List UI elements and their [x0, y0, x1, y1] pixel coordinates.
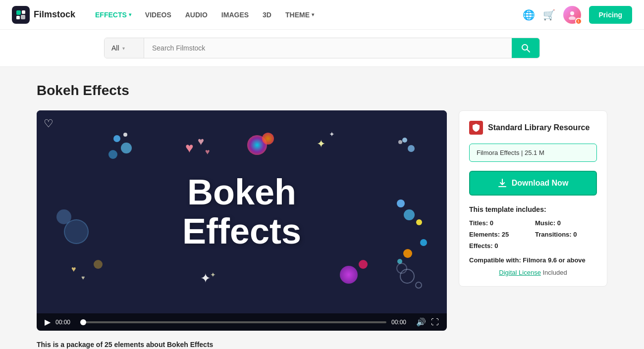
nav-right: 🌐 🛒 1 Pricing	[523, 6, 632, 24]
svg-rect-0	[16, 10, 21, 15]
heart-decor-4: ♥	[71, 265, 76, 274]
titles-item: Titles: 0	[469, 219, 531, 227]
chevron-down-icon: ▾	[312, 12, 314, 17]
main-content: Bokeh Effects ♡ ♥ ♥ ♥ ✦	[25, 67, 619, 349]
effects-item: Effects: 0	[469, 242, 531, 249]
transitions-item: Transitions: 0	[535, 231, 597, 238]
nav-3d[interactable]: 3D	[263, 9, 271, 21]
video-area: ♡ ♥ ♥ ♥ ✦ ✦	[37, 110, 447, 313]
heart-decor-5: ♥	[81, 274, 85, 281]
play-button[interactable]: ▶	[45, 317, 51, 327]
nav-effects[interactable]: EFFECTS ▾	[95, 9, 131, 21]
heart-decor-3: ♥	[205, 148, 210, 156]
library-label: Standard Library Resource	[488, 123, 590, 132]
chevron-down-icon: ▾	[129, 12, 131, 17]
time-current: 00:00	[55, 319, 75, 326]
star-decor-2: ✦	[329, 130, 335, 138]
download-tag: Filmora Effects | 25.1 M	[469, 144, 597, 162]
volume-button[interactable]: 🔊	[416, 317, 426, 327]
shield-icon	[469, 121, 483, 135]
favorite-button[interactable]: ♡	[44, 117, 54, 130]
heart-decor: ♥	[185, 140, 194, 156]
brand-name: Filmstock	[34, 9, 75, 20]
search-filter-dropdown[interactable]: All ▾	[105, 38, 144, 58]
download-now-button[interactable]: Download Now	[469, 171, 597, 196]
svg-point-4	[570, 11, 574, 15]
search-button[interactable]	[512, 38, 539, 58]
video-title: Bokeh Effects	[182, 173, 301, 251]
search-input[interactable]	[144, 38, 512, 58]
license-row: Digital License Included	[469, 269, 597, 276]
progress-bar[interactable]	[80, 321, 386, 323]
svg-rect-2	[16, 16, 20, 19]
globe-icon[interactable]: 🌐	[523, 9, 535, 21]
music-item: Music: 0	[535, 219, 597, 227]
video-container: ♡ ♥ ♥ ♥ ✦ ✦	[37, 110, 447, 331]
nav-audio[interactable]: AUDIO	[185, 9, 208, 21]
search-section: All ▾	[0, 30, 644, 67]
logo-icon	[12, 6, 30, 24]
content-row: ♡ ♥ ♥ ♥ ✦ ✦	[37, 110, 607, 331]
notification-badge: 1	[575, 18, 582, 25]
page-title: Bokeh Effects	[37, 83, 607, 99]
template-includes-title: This template includes:	[469, 205, 597, 213]
progress-thumb	[80, 319, 86, 325]
search-bar: All ▾	[104, 38, 540, 58]
time-total: 00:00	[391, 319, 411, 326]
heart-decor-2: ♥	[198, 135, 204, 148]
chevron-down-icon: ▾	[122, 46, 125, 51]
svg-line-7	[527, 50, 530, 52]
navbar: Filmstock EFFECTS ▾ VIDEOS AUDIO IMAGES …	[0, 0, 644, 30]
template-grid: Titles: 0 Music: 0 Elements: 25 Transiti…	[469, 219, 597, 249]
star-decor: ✦	[317, 138, 325, 150]
svg-rect-3	[21, 15, 25, 19]
avatar[interactable]: 1	[563, 6, 581, 24]
nav-theme[interactable]: THEME ▾	[285, 9, 314, 21]
nav-videos[interactable]: VIDEOS	[145, 9, 171, 21]
compatible-row: Compatible with: Filmora 9.6 or above	[469, 256, 597, 264]
svg-rect-1	[22, 10, 25, 14]
description: This is a package of 25 elements about B…	[37, 341, 607, 349]
logo[interactable]: Filmstock	[12, 6, 75, 24]
elements-item: Elements: 25	[469, 231, 531, 238]
video-controls: ▶ 00:00 00:00 🔊 ⛶	[37, 313, 447, 331]
digital-license-link[interactable]: Digital License	[499, 269, 541, 276]
right-panel: Standard Library Resource Filmora Effect…	[459, 110, 607, 287]
svg-point-5	[569, 16, 576, 20]
panel-header: Standard Library Resource	[469, 121, 597, 135]
pricing-button[interactable]: Pricing	[589, 6, 632, 24]
cart-icon[interactable]: 🛒	[543, 9, 555, 21]
sparkle-decor: ✦	[200, 271, 211, 286]
fullscreen-button[interactable]: ⛶	[431, 318, 439, 327]
nav-images[interactable]: IMAGES	[221, 9, 249, 21]
sparkle-decor-2: ✦	[210, 271, 216, 279]
